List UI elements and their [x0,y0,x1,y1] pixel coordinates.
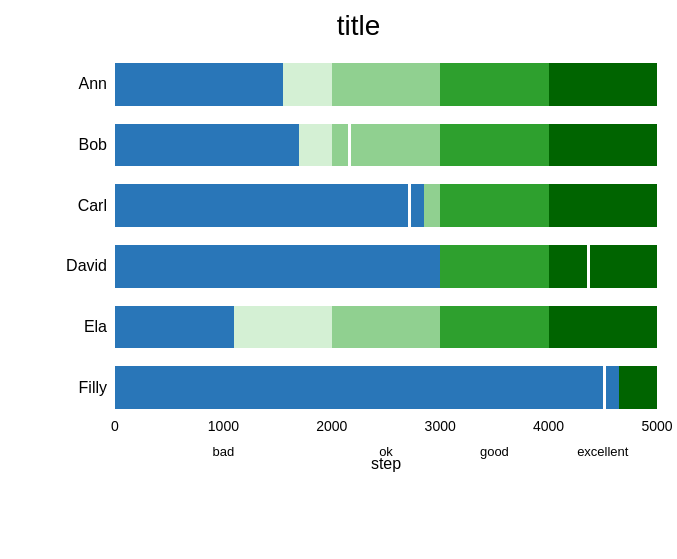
seg-excellent [549,63,657,105]
seg-good [440,306,548,348]
x-tick-2000: 2000 [316,418,347,434]
seg-excellent [549,184,657,226]
fg-bar-ann [115,63,283,105]
chart-container: title AnnBobCarlDavidElaFilly 0100020003… [0,0,677,559]
seg-excellent [549,306,657,348]
bar-row-david [115,236,657,297]
fg-bar-ela [115,306,234,348]
bar-row-ann [115,54,657,115]
x-ticks: 010002000300040005000 [115,418,657,443]
fg-bar-bob [115,124,299,166]
x-tick-5000: 5000 [641,418,672,434]
seg-good [440,124,548,166]
divider [603,366,606,408]
seg-excellent [549,245,657,287]
x-tick-4000: 4000 [533,418,564,434]
y-label-ann: Ann [60,75,107,93]
bar-row-carl [115,175,657,236]
x-tick-3000: 3000 [425,418,456,434]
y-label-bob: Bob [60,136,107,154]
x-tick-1000: 1000 [208,418,239,434]
seg-good [440,245,548,287]
seg-ok [332,306,440,348]
x-axis: 010002000300040005000 badokgoodexcellent… [115,418,657,473]
y-label-david: David [60,257,107,275]
seg-good [440,63,548,105]
seg-good [440,184,548,226]
x-tick-0: 0 [111,418,119,434]
y-label-ela: Ela [60,318,107,336]
y-labels: AnnBobCarlDavidElaFilly [60,54,115,418]
fg-bar-filly [115,366,619,408]
bars-area [115,54,657,418]
x-axis-label: step [115,455,657,473]
divider [587,245,590,287]
bar-row-bob [115,115,657,176]
divider [408,184,411,226]
fg-bar-david [115,245,440,287]
divider [348,124,351,166]
bar-row-ela [115,297,657,358]
seg-excellent [549,124,657,166]
seg-ok [332,63,440,105]
y-label-carl: Carl [60,197,107,215]
chart-title: title [60,10,657,42]
fg-bar-carl [115,184,424,226]
y-label-filly: Filly [60,379,107,397]
bar-row-filly [115,357,657,418]
